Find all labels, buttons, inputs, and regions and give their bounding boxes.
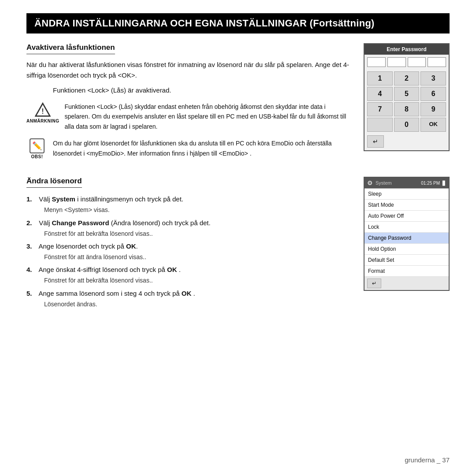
step-2: 2. Välj Change Password (Ändra lösenord)… bbox=[26, 218, 350, 238]
step-3: 3. Ange lösenordet och tryck på OK. Föns… bbox=[26, 241, 350, 262]
sys-time: 01:25 PM bbox=[421, 181, 440, 186]
battery-icon: ▊ bbox=[443, 181, 446, 186]
sys-item-changepassword[interactable]: Change Password bbox=[364, 233, 449, 244]
sys-item-sleep[interactable]: Sleep bbox=[364, 189, 449, 200]
sys-item-defaultset[interactable]: Default Set bbox=[364, 255, 449, 266]
pw-display bbox=[364, 55, 449, 70]
sys-back-row: ↵ bbox=[364, 277, 449, 290]
section2-left: Ändra lösenord 1. Välj System i inställn… bbox=[26, 177, 350, 312]
pw-key-5[interactable]: 5 bbox=[394, 87, 420, 101]
page-header: ÄNDRA INSTÄLLNINGARNA OCH EGNA INSTÄLLNI… bbox=[26, 13, 450, 33]
step2-text: Välj Change Password (Ändra lösenord) oc… bbox=[35, 219, 211, 227]
step4-sub: Fönstret för att bekräfta lösenord visas… bbox=[35, 275, 350, 285]
pw-keypad: 1 2 3 4 5 6 7 8 9 0 OK bbox=[364, 70, 449, 134]
pw-key-7[interactable]: 7 bbox=[367, 102, 393, 116]
pw-key-2[interactable]: 2 bbox=[394, 71, 420, 86]
pw-key-0[interactable]: 0 bbox=[394, 118, 420, 132]
step-5: 5. Ange samma lösenord som i steg 4 och … bbox=[26, 288, 350, 309]
pw-key-1[interactable]: 1 bbox=[367, 71, 393, 86]
warning-triangle-icon: ! bbox=[35, 102, 51, 118]
gear-icon: ⚙ bbox=[367, 179, 373, 186]
sys-item-autopoweroff[interactable]: Auto Power Off bbox=[364, 211, 449, 222]
pw-back-row: ↵ bbox=[364, 134, 449, 150]
pw-cell-2 bbox=[387, 57, 406, 67]
system-menu-box: ⚙ System 01:25 PM ▊ Sleep Start Mode Aut… bbox=[364, 177, 450, 291]
pencil-icon: ✏️ bbox=[30, 138, 45, 153]
svg-text:!: ! bbox=[42, 107, 44, 115]
sys-item-lock[interactable]: Lock bbox=[364, 222, 449, 233]
step5-text: Ange samma lösenord som i steg 4 och try… bbox=[35, 290, 195, 297]
password-widget: Enter Password 1 2 3 4 5 6 7 8 9 bbox=[364, 43, 450, 166]
step-1: 1. Välj System i inställningsmenyn och t… bbox=[26, 194, 350, 215]
section1-indent1: Funktionen <Lock> (Lås) är avaktiverad. bbox=[26, 85, 350, 96]
steps-list: 1. Välj System i inställningsmenyn och t… bbox=[26, 194, 350, 309]
note1-block: ! ANMÄRKNING Funktionen <Lock> (Lås) sky… bbox=[26, 102, 350, 131]
section1-body1: När du har aktiverat låsfunktionen visas… bbox=[26, 60, 350, 81]
system-widget: ⚙ System 01:25 PM ▊ Sleep Start Mode Aut… bbox=[364, 177, 450, 312]
pw-key-6[interactable]: 6 bbox=[420, 87, 446, 101]
enter-password-box: Enter Password 1 2 3 4 5 6 7 8 9 bbox=[364, 43, 450, 151]
pw-key-ok[interactable]: OK bbox=[420, 118, 446, 132]
note1-text: Funktionen <Lock> (Lås) skyddar endast e… bbox=[64, 102, 350, 131]
obs-icon-block: ✏️ OBS! bbox=[26, 138, 48, 159]
section1-heading: Avaktivera låsfunktionen bbox=[26, 43, 350, 60]
note2-block: ✏️ OBS! Om du har glömt lösenordet för l… bbox=[26, 138, 350, 159]
step5-sub: Lösenordet ändras. bbox=[35, 299, 350, 309]
pw-cell-4 bbox=[428, 57, 446, 67]
step3-sub: Fönstret för att ändra lösenord visas.. bbox=[35, 252, 350, 262]
top-section: Avaktivera låsfunktionen När du har akti… bbox=[26, 43, 450, 166]
sys-item-holdoption[interactable]: Hold Option bbox=[364, 244, 449, 255]
sys-menu: Sleep Start Mode Auto Power Off Lock Cha… bbox=[364, 188, 449, 277]
step3-text: Ange lösenordet och tryck på OK. bbox=[35, 242, 138, 250]
pw-key-9[interactable]: 9 bbox=[420, 102, 446, 116]
pw-header-label: Enter Password bbox=[364, 44, 449, 55]
note1-label: ANMÄRKNING bbox=[26, 119, 59, 123]
step4-text: Ange önskat 4-siffrigt lösenord och tryc… bbox=[35, 266, 181, 273]
pw-cell-3 bbox=[408, 57, 426, 67]
page-footer: grunderna _ 37 bbox=[405, 456, 450, 464]
header-title: ÄNDRA INSTÄLLNINGARNA OCH EGNA INSTÄLLNI… bbox=[34, 18, 375, 29]
pw-key-4[interactable]: 4 bbox=[367, 87, 393, 101]
section1-left: Avaktivera låsfunktionen När du har akti… bbox=[26, 43, 350, 166]
step1-text: Välj System i inställningsmenyn och tryc… bbox=[35, 195, 183, 203]
sys-item-startmode[interactable]: Start Mode bbox=[364, 200, 449, 211]
pw-key-empty bbox=[367, 118, 393, 132]
warning-icon-block: ! ANMÄRKNING bbox=[26, 102, 59, 123]
pw-back-button[interactable]: ↵ bbox=[367, 135, 384, 148]
sys-item-format[interactable]: Format bbox=[364, 266, 449, 277]
pw-key-3[interactable]: 3 bbox=[420, 71, 446, 86]
section2-heading: Ändra lösenord bbox=[26, 177, 350, 194]
footer-text: grunderna _ 37 bbox=[405, 456, 450, 464]
note2-label: OBS! bbox=[31, 154, 43, 159]
page: ÄNDRA INSTÄLLNINGARNA OCH EGNA INSTÄLLNI… bbox=[0, 0, 476, 476]
step1-sub: Menyn <System> visas. bbox=[35, 205, 350, 215]
pw-key-8[interactable]: 8 bbox=[394, 102, 420, 116]
sys-title-label: System bbox=[376, 180, 392, 186]
step2-sub: Fönstret för att bekräfta lösenord visas… bbox=[35, 229, 350, 238]
bottom-section: Ändra lösenord 1. Välj System i inställn… bbox=[26, 177, 450, 312]
note2-text: Om du har glömt lösenordet för låsfunkti… bbox=[53, 138, 350, 158]
step-4: 4. Ange önskat 4-siffrigt lösenord och t… bbox=[26, 264, 350, 285]
sys-back-button[interactable]: ↵ bbox=[367, 279, 381, 288]
pw-cell-1 bbox=[367, 57, 386, 67]
sys-topbar: ⚙ System 01:25 PM ▊ bbox=[364, 178, 449, 188]
